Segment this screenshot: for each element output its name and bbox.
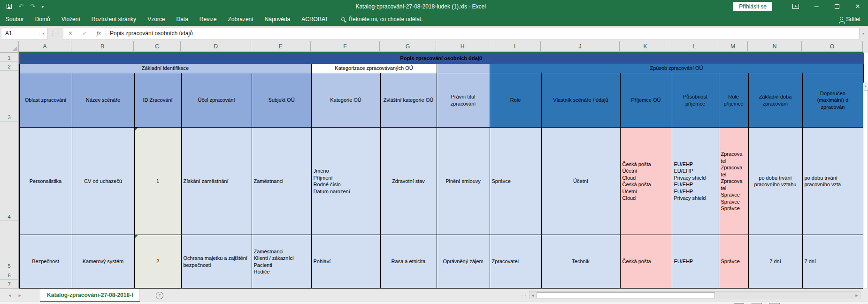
enter-icon[interactable]: ✓ [82,30,87,37]
header-cell[interactable]: Oblast zpracování [19,73,72,128]
header-cell[interactable]: Působnost příjemce [672,73,719,128]
row-header-5[interactable]: 5 [0,221,19,270]
name-box-caret-icon[interactable]: ▾ [39,31,47,36]
header-cell[interactable]: Subjekt OÚ [252,73,311,128]
cell[interactable]: Kamerový systém [72,235,134,289]
header-cell[interactable]: Zvláštní kategorie OÚ [380,73,437,128]
cell[interactable]: Bezpečnost [19,235,72,289]
select-all-corner[interactable] [0,41,19,53]
cell[interactable]: Zpracovatel [490,235,541,289]
tab-rozlozeni-stranky[interactable]: Rozložení stránky [86,14,142,25]
formula-input[interactable]: Popis zpracování osobních údajů [106,28,860,39]
cell[interactable]: po dobu trvání pracovního vzta [802,128,863,235]
cell[interactable]: Zpracova tel Zpracova tel Zpracova tel S… [719,128,748,235]
column-header-o[interactable]: O [802,41,863,53]
column-header-c[interactable]: C [134,41,181,53]
tab-scrollbar-splitter[interactable]: ⋮⋮ [520,293,527,298]
undo-icon[interactable]: ↶ [18,3,23,9]
vertical-scrollbar[interactable]: ▲ ▼ [863,83,868,304]
column-header-h[interactable]: H [436,41,489,53]
cell[interactable]: 7 dní [748,235,802,289]
cell[interactable]: Pohlaví [311,235,380,289]
column-header-d[interactable]: D [181,41,251,53]
row-header-1[interactable]: 1 [0,53,19,62]
column-header-n[interactable]: N [748,41,802,53]
vertical-scrollbar-thumb[interactable] [864,90,868,301]
tab-soubor[interactable]: Soubor [0,14,30,25]
cell[interactable]: Správce [719,235,748,289]
close-button[interactable]: ✕ [847,0,868,13]
formula-bar-splitter[interactable]: ⋮⋮ [48,30,63,37]
column-header-k[interactable]: K [620,41,671,53]
cell[interactable]: Plnění smlouvy [437,128,490,235]
column-header-g[interactable]: G [380,41,436,53]
row-header-2[interactable]: 2 [0,62,19,71]
header-cell[interactable]: Příjemce OÚ [620,73,672,128]
cell[interactable]: Zaměstnanci Klienti / zákazníci Pacienti… [252,235,311,289]
cell[interactable]: Ochrana majetku a zajištění bezpečnosti [181,235,252,289]
horizontal-scrollbar-thumb[interactable] [537,292,715,298]
cell[interactable]: 1 [134,128,181,235]
group-header-kategorizace[interactable]: Kategorizace zpracovávaných OÚ [311,63,437,73]
tab-napoveda[interactable]: Nápověda [259,14,296,25]
row-header-3[interactable]: 3 [0,71,19,122]
save-icon[interactable] [7,4,12,9]
new-sheet-button[interactable]: + [156,292,163,299]
column-header-e[interactable]: E [251,41,311,53]
cell[interactable]: 2 [134,235,181,289]
active-sheet-tab[interactable]: Katalog-zpracování-27-08-2018-l [40,289,140,302]
header-cell[interactable]: Základní doba zpracování [748,73,802,128]
header-cell[interactable]: Role [490,73,541,128]
header-cell[interactable]: Právní titul zpracování [437,73,490,128]
next-sheet-icon[interactable]: ▸ [19,292,22,298]
header-cell[interactable]: Vlastník scénáře / údajů [541,73,620,128]
column-header-i[interactable]: I [489,41,541,53]
cancel-icon[interactable]: ✕ [68,30,73,37]
cell[interactable]: po dobu trvání pracovního vztahu [748,128,802,235]
ribbon-display-options-button[interactable]: ▴ [785,0,806,13]
cell[interactable]: Oprávněný zájem [437,235,490,289]
cell[interactable]: Zdravotní stav [380,128,437,235]
column-header-l[interactable]: L [671,41,718,53]
tab-vzorce[interactable]: Vzorce [142,14,170,25]
cell[interactable]: Česká pošta [620,235,672,289]
tell-me-search[interactable]: Řekněte mi, co chcete udělat. [341,16,422,23]
column-header-a[interactable]: A [19,41,71,53]
group-header-zpusob-zpracovani[interactable]: Způsob zpracování OÚ [490,63,863,73]
previous-sheet-icon[interactable]: ◂ [8,292,11,298]
share-button[interactable]: Sdílet [840,16,868,23]
table-title[interactable]: Popis zpracování osobních údajů [19,53,863,63]
horizontal-scrollbar[interactable]: ◀ ▶ [529,291,860,299]
cell[interactable]: Rasa a etnicita [380,235,437,289]
tab-revize[interactable]: Revize [194,14,223,25]
column-header-b[interactable]: B [71,41,134,53]
minimize-button[interactable]: ─ [806,0,827,13]
row-header-7[interactable]: 7 [0,280,19,289]
cell[interactable]: CV od uchazečů [72,128,134,235]
tab-vlozeni[interactable]: Vložení [56,14,86,25]
redo-icon[interactable]: ↷ [30,3,35,9]
tab-data[interactable]: Data [170,14,193,25]
header-cell[interactable]: Účel zpracování [181,73,252,128]
cell[interactable] [437,63,490,73]
cell[interactable]: EU/EHP EU/EHP Privacy shield EU/EHP EU/E… [672,128,719,235]
expand-formula-bar-icon[interactable]: ▾ [860,31,867,36]
header-cell[interactable]: Kategorie OÚ [311,73,380,128]
customize-qat-icon[interactable]: ▾ [42,4,44,9]
header-cell[interactable]: ID Zracování [134,73,181,128]
cell[interactable]: Správce [490,128,541,235]
tab-domu[interactable]: Domů [30,14,56,25]
cell[interactable]: Zaměstnanci [252,128,311,235]
tab-acrobat[interactable]: ACROBAT [296,14,334,25]
insert-function-icon[interactable]: fx [97,30,101,37]
cell[interactable]: Technik [541,235,620,289]
header-cell[interactable]: Doporučen (maximální) d zpracován [802,73,863,128]
scroll-left-icon[interactable]: ◀ [530,294,536,297]
maximize-button[interactable] [827,0,847,13]
header-cell[interactable]: Role příjemce [719,73,748,128]
cell[interactable]: Účetní [541,128,620,235]
cell[interactable]: Česká pošta Účetní Cloud Česká pošta Úče… [620,128,672,235]
column-header-f[interactable]: F [311,41,380,53]
cell[interactable]: EU/EHP [672,235,719,289]
row-header-6[interactable]: 6 [0,270,19,280]
